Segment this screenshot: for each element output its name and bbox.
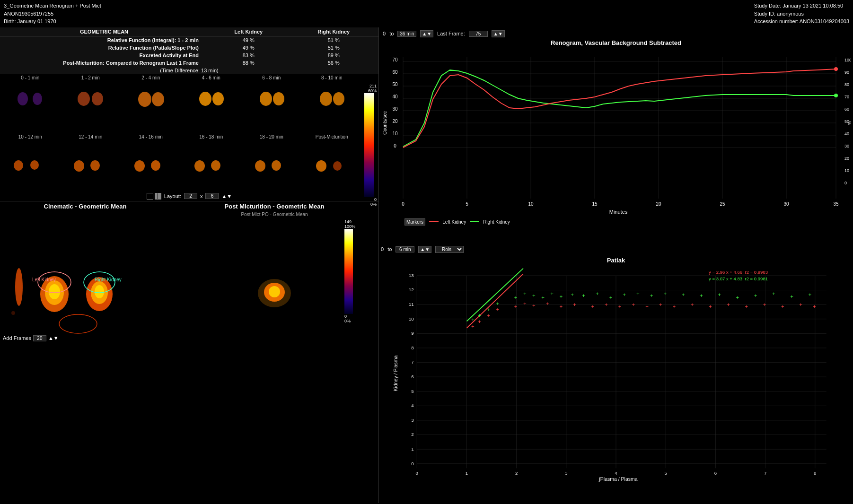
scale-pct: 60% (362, 88, 377, 93)
svg-text:100: 100 (844, 58, 851, 62)
range-start: 0 (383, 31, 386, 36)
svg-text:6: 6 (411, 374, 413, 379)
svg-text:12: 12 (409, 287, 414, 292)
last-frame-input[interactable] (469, 31, 488, 37)
range-arrows[interactable]: ▲▼ (420, 30, 433, 37)
svg-text:+: + (623, 291, 626, 297)
right-panel: 0 to ▲▼ Last Frame: ▲▼ Renogram, Vascula… (378, 27, 853, 503)
frame-row1 (0, 80, 362, 132)
add-frames-arrows[interactable]: ▲▼ (48, 335, 59, 341)
stats-title: GEOMETRIC MEAN (0, 27, 208, 36)
svg-text:+: + (727, 301, 730, 307)
svg-text:+: + (532, 292, 536, 298)
frame-img-1 (64, 80, 116, 128)
stats-label: Post-Micturition: Compared to Renogram L… (0, 59, 208, 67)
svg-text:+: + (541, 294, 545, 300)
post-mict-title: Post Micturition - Geometric Mean (170, 201, 378, 211)
svg-text:60: 60 (392, 70, 398, 75)
svg-text:10: 10 (844, 168, 849, 173)
svg-text:13: 13 (409, 272, 414, 278)
svg-text:40: 40 (844, 131, 849, 136)
svg-text:+: + (618, 303, 622, 309)
markers-btn[interactable]: Markers (405, 218, 425, 226)
time-diff: (Time Difference: 13 min) (0, 67, 378, 74)
add-frames-input[interactable] (33, 335, 46, 341)
last-frame-arrows[interactable]: ▲▼ (492, 30, 505, 37)
frame-14-16 (121, 139, 181, 191)
svg-text:+: + (663, 291, 667, 296)
svg-text:+: + (559, 303, 563, 309)
svg-text:90: 90 (844, 70, 849, 75)
svg-point-1 (15, 268, 23, 306)
svg-rect-0 (5, 211, 166, 334)
patlak-chart: 0 1 2 3 4 5 6 7 8 9 10 11 12 13 (381, 265, 851, 482)
stats-right-value: 89 % (289, 52, 378, 59)
layout-icon-single[interactable] (147, 193, 153, 200)
stats-right-value: 51 % (289, 44, 378, 52)
study-info: Study Date: January 13 2021 10:08:50 Stu… (754, 2, 849, 26)
frame-label-post: Post-Micturition (302, 134, 362, 139)
svg-text:+: + (471, 317, 475, 322)
frame-6-8 (241, 80, 302, 132)
svg-text:2: 2 (411, 432, 413, 437)
svg-text:+: + (532, 302, 536, 308)
svg-text:+: + (571, 291, 574, 297)
frame-label-2: 2 - 4 min (121, 75, 181, 80)
svg-text:+: + (636, 291, 640, 296)
svg-text:5: 5 (466, 201, 468, 207)
svg-text:25: 25 (720, 201, 725, 207)
frame-label-12: 12 - 14 min (61, 134, 121, 139)
svg-text:+: + (754, 292, 757, 298)
post-mict-panel: Post Micturition - Geometric Mean Post M… (170, 201, 378, 352)
svg-text:6: 6 (714, 470, 717, 475)
svg-text:10: 10 (528, 201, 534, 207)
svg-rect-18 (382, 47, 850, 217)
svg-text:0: 0 (394, 143, 396, 148)
layout-icon-grid[interactable] (155, 193, 161, 200)
layout-cols-input[interactable] (205, 193, 219, 199)
frame-label-0: 0 - 1 min (0, 75, 61, 80)
svg-text:+: + (709, 303, 712, 309)
svg-text:+: + (632, 301, 635, 307)
scale-max: 211 (362, 84, 377, 88)
svg-rect-14 (192, 217, 357, 331)
patlak-range-arrows[interactable]: ▲▼ (418, 246, 431, 253)
svg-text:+: + (772, 291, 775, 296)
study-id: Study ID: anonymous (754, 10, 849, 18)
stats-label: Relative Function (Patlak/Slope Plot) (0, 44, 208, 52)
frame-16-18 (181, 139, 242, 191)
svg-text:+: + (659, 301, 662, 307)
layout-arrows[interactable]: ▲▼ (221, 193, 232, 199)
patient-id: ANON193056197255 (4, 10, 101, 18)
patlak-range-input[interactable] (396, 246, 414, 252)
top-bar: 3_Geometric Mean Renogram + Post Mict AN… (0, 0, 853, 27)
svg-text:Right Kidney: Right Kidney (95, 277, 122, 282)
svg-text:+: + (781, 303, 784, 309)
frame-label-10: 10 - 12 min (0, 134, 61, 139)
stats-row: Relative Function (Patlak/Slope Plot) 49… (0, 44, 378, 52)
range-end-input[interactable] (397, 31, 416, 37)
svg-text:Kidney / Plasma: Kidney / Plasma (393, 355, 398, 391)
svg-point-11 (11, 311, 15, 315)
patlak-rois-dropdown[interactable]: Rois (435, 246, 464, 253)
svg-text:+: + (700, 292, 703, 298)
svg-text:+: + (691, 301, 694, 307)
svg-text:8: 8 (411, 345, 413, 350)
stats-label: Relative Function (Integral): 1 - 2 min (0, 36, 208, 44)
layout-rows-input[interactable] (184, 193, 197, 199)
post-scale-max: 149 (344, 219, 355, 224)
svg-text:+: + (550, 291, 554, 296)
svg-text:8: 8 (814, 470, 816, 475)
frame-12-14 (61, 139, 121, 191)
svg-text:5: 5 (411, 388, 413, 393)
stats-label: Excreted Activity at End (0, 52, 208, 59)
svg-text:+: + (471, 323, 475, 329)
renogram-section: 0 to ▲▼ Last Frame: ▲▼ Renogram, Vascula… (379, 27, 853, 245)
cinematic-title: Cinematic - Geometric Mean (0, 201, 170, 211)
post-mict-subtitle: Post Mict PO - Geometric Mean (170, 211, 378, 217)
frame-img-10 (4, 139, 56, 187)
post-scale-pct: 100% (344, 224, 355, 229)
patlak-range-to: to (387, 246, 392, 252)
post-color-gradient (344, 229, 353, 314)
frame-label-16: 16 - 18 min (181, 134, 242, 139)
